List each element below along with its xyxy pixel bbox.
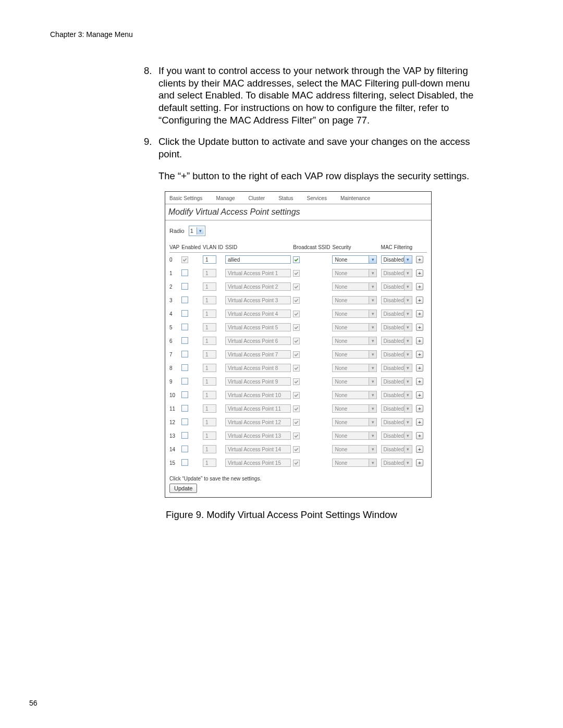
- enabled-checkbox[interactable]: [181, 297, 188, 303]
- expand-security-button[interactable]: +: [416, 378, 423, 385]
- mac-filtering-select: Disabled▾: [381, 269, 412, 277]
- instruction-9-continuation: The “+” button to the right of each VAP …: [158, 170, 482, 182]
- enabled-checkbox[interactable]: [181, 391, 188, 398]
- expand-security-button[interactable]: +: [416, 418, 423, 426]
- expand-security-button[interactable]: +: [416, 269, 423, 277]
- security-select[interactable]: None▾: [332, 255, 377, 264]
- security-select: None▾: [332, 282, 377, 291]
- vap-number: 7: [169, 348, 181, 361]
- vap-number: 2: [169, 280, 181, 293]
- vlan-id-input: 1: [203, 282, 216, 291]
- instruction-8: 8. If you want to control access to your…: [144, 65, 482, 126]
- nav-tab[interactable]: Manage: [213, 194, 245, 203]
- enabled-checkbox[interactable]: [181, 324, 188, 330]
- chevron-down-icon: ▾: [404, 446, 412, 453]
- nav-tab[interactable]: Basic Settings: [166, 194, 213, 203]
- table-row: 101Virtual Access Point 10None▾Disabled▾…: [169, 388, 427, 402]
- ssid-input[interactable]: allied: [225, 255, 291, 264]
- chevron-down-icon: ▾: [369, 310, 376, 317]
- expand-security-button[interactable]: +: [416, 391, 423, 399]
- expand-security-button[interactable]: +: [416, 364, 423, 372]
- enabled-checkbox[interactable]: [181, 378, 188, 385]
- enabled-checkbox[interactable]: [181, 418, 188, 425]
- ssid-input: Virtual Access Point 15: [225, 459, 291, 467]
- broadcast-ssid-checkbox: [293, 270, 300, 277]
- security-select: None▾: [332, 459, 377, 467]
- vap-number: 13: [169, 429, 181, 442]
- enabled-checkbox[interactable]: [181, 283, 188, 290]
- expand-security-button[interactable]: +: [416, 337, 423, 344]
- col-header-bcast: Broadcast SSID: [293, 243, 332, 253]
- nav-tab[interactable]: Maintenance: [337, 194, 381, 203]
- update-button[interactable]: Update: [169, 484, 197, 493]
- nav-tab[interactable]: Services: [304, 194, 337, 203]
- enabled-checkbox[interactable]: [181, 310, 188, 317]
- table-row: 31Virtual Access Point 3None▾Disabled▾+: [169, 293, 427, 307]
- enabled-checkbox[interactable]: [181, 446, 188, 452]
- expand-security-button[interactable]: +: [416, 256, 423, 263]
- expand-security-button[interactable]: +: [416, 324, 423, 331]
- enabled-checkbox[interactable]: [181, 269, 188, 276]
- radio-select[interactable]: 1 ▾: [189, 226, 205, 236]
- table-row: 81Virtual Access Point 8None▾Disabled▾+: [169, 361, 427, 375]
- broadcast-ssid-checkbox: [293, 324, 300, 331]
- chevron-down-icon: ▾: [404, 364, 412, 372]
- chevron-down-icon: ▾: [404, 351, 412, 358]
- vap-number: 9: [169, 375, 181, 388]
- nav-tab[interactable]: Cluster: [246, 194, 276, 203]
- chevron-down-icon: ▾: [404, 269, 412, 277]
- mac-filtering-select: Disabled▾: [381, 404, 412, 413]
- vap-number: 1: [169, 266, 181, 280]
- chevron-down-icon: ▾: [404, 459, 412, 466]
- expand-security-button[interactable]: +: [416, 283, 423, 290]
- ssid-input: Virtual Access Point 1: [225, 269, 291, 277]
- enabled-checkbox[interactable]: [181, 364, 188, 371]
- vap-table: VAP Enabled VLAN ID SSID Broadcast SSID …: [169, 243, 427, 470]
- chevron-down-icon: ▾: [404, 391, 412, 399]
- enabled-checkbox[interactable]: [181, 405, 188, 412]
- mac-filtering-select: Disabled▾: [381, 323, 412, 331]
- expand-security-button[interactable]: +: [416, 351, 423, 358]
- vlan-id-input: 1: [203, 323, 216, 331]
- chevron-down-icon: ▾: [404, 256, 412, 263]
- expand-security-button[interactable]: +: [416, 310, 423, 317]
- col-header-mac: MAC Filtering: [381, 243, 416, 253]
- expand-security-button[interactable]: +: [416, 459, 423, 466]
- ssid-input: Virtual Access Point 5: [225, 323, 291, 331]
- security-select: None▾: [332, 431, 377, 440]
- screenshot-tabs: Basic SettingsManageClusterStatusService…: [165, 192, 431, 204]
- ssid-input: Virtual Access Point 9: [225, 377, 291, 386]
- chevron-down-icon: ▾: [369, 364, 376, 372]
- update-hint: Click “Update” to save the new settings.: [169, 476, 427, 482]
- enabled-checkbox[interactable]: [181, 337, 188, 344]
- chevron-down-icon: ▾: [404, 378, 412, 385]
- broadcast-ssid-checkbox: [293, 433, 300, 439]
- chevron-down-icon: ▾: [404, 337, 412, 344]
- col-header-ssid: SSID: [225, 243, 293, 253]
- enabled-checkbox[interactable]: [181, 351, 188, 357]
- mac-filtering-select[interactable]: Disabled▾: [381, 255, 412, 264]
- instruction-9-text: Click the Update button to activate and …: [158, 136, 470, 159]
- enabled-checkbox[interactable]: [181, 459, 188, 466]
- table-row: 61Virtual Access Point 6None▾Disabled▾+: [169, 334, 427, 348]
- col-header-vlan: VLAN ID: [203, 243, 225, 253]
- vap-number: 0: [169, 253, 181, 267]
- broadcast-ssid-checkbox: [293, 378, 300, 385]
- radio-label: Radio: [169, 228, 185, 234]
- broadcast-ssid-checkbox[interactable]: [293, 256, 300, 263]
- chevron-down-icon: ▾: [369, 351, 376, 358]
- instruction-list: 8. If you want to control access to your…: [144, 65, 482, 182]
- chevron-down-icon: ▾: [369, 378, 376, 385]
- instruction-9: 9. Click the Update button to activate a…: [144, 135, 482, 160]
- vlan-id-input: 1: [203, 391, 216, 399]
- nav-tab[interactable]: Status: [275, 194, 303, 203]
- expand-security-button[interactable]: +: [416, 432, 423, 439]
- expand-security-button[interactable]: +: [416, 446, 423, 453]
- expand-security-button[interactable]: +: [416, 405, 423, 412]
- instruction-8-text: If you want to control access to your ne…: [158, 65, 473, 126]
- table-row: 41Virtual Access Point 4None▾Disabled▾+: [169, 307, 427, 320]
- expand-security-button[interactable]: +: [416, 297, 423, 304]
- enabled-checkbox[interactable]: [181, 432, 188, 439]
- page-number: 56: [29, 699, 38, 707]
- vlan-id-input[interactable]: 1: [203, 255, 216, 264]
